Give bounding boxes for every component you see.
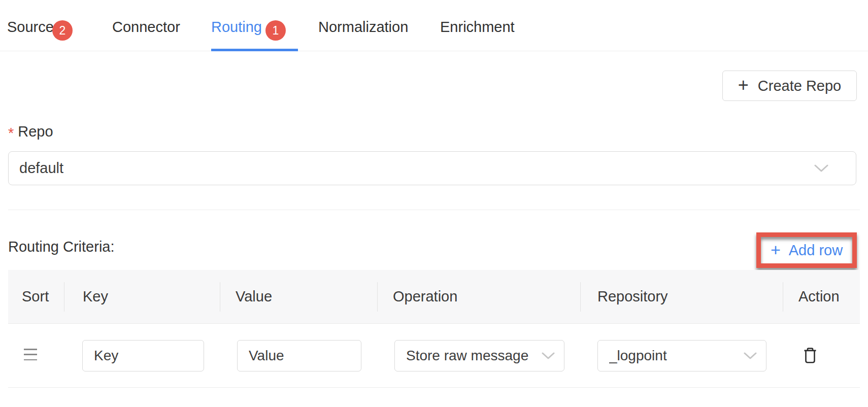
drag-handle-icon[interactable]: [24, 349, 37, 360]
column-separator: [220, 282, 220, 312]
repo-field-label: * Repo: [8, 123, 53, 140]
routing-badge-count: 1: [273, 24, 279, 38]
repository-select-value: _logpoint: [609, 348, 744, 364]
chevron-down-icon: [542, 352, 555, 360]
tab-connector[interactable]: Connector: [112, 17, 180, 37]
column-separator: [64, 282, 64, 312]
column-header-operation: Operation: [393, 288, 457, 305]
repository-select[interactable]: _logpoint: [597, 340, 766, 371]
tab-source[interactable]: Source: [7, 17, 54, 37]
column-header-action: Action: [798, 288, 840, 305]
create-repo-button[interactable]: + Create Repo: [722, 71, 857, 101]
column-separator: [783, 282, 783, 312]
plus-icon: +: [771, 241, 781, 258]
tab-enrichment-label: Enrichment: [440, 19, 515, 36]
trash-icon: [803, 347, 818, 364]
add-row-button[interactable]: + Add row: [758, 234, 855, 266]
column-separator: [580, 282, 581, 312]
tab-normalization[interactable]: Normalization: [318, 17, 408, 37]
value-input[interactable]: [237, 340, 361, 371]
source-badge: 2: [52, 20, 73, 41]
column-header-value: Value: [236, 288, 272, 305]
table-row: Store raw message _logpoint: [8, 324, 860, 387]
column-separator: [377, 282, 378, 312]
repo-label-text: Repo: [18, 123, 53, 140]
operation-select-value: Store raw message: [406, 348, 542, 364]
tab-connector-label: Connector: [112, 19, 180, 36]
column-header-repository: Repository: [597, 288, 668, 305]
delete-row-button[interactable]: [799, 345, 821, 367]
tab-bar: Source 2 Connector Routing 1 Normalizati…: [0, 0, 868, 51]
required-asterisk: *: [8, 125, 14, 142]
tab-source-label: Source: [7, 19, 54, 36]
routing-badge: 1: [265, 20, 286, 41]
add-row-label: Add row: [789, 242, 843, 259]
routing-table-header: Sort Key Value Operation Repository Acti…: [8, 270, 860, 324]
tab-enrichment[interactable]: Enrichment: [440, 17, 515, 37]
create-repo-label: Create Repo: [758, 78, 841, 94]
tabbar-divider: [0, 51, 868, 51]
section-divider: [8, 210, 860, 210]
tab-normalization-label: Normalization: [318, 19, 408, 36]
routing-criteria-heading: Routing Criteria:: [8, 239, 115, 255]
row-bottom-divider: [8, 387, 860, 388]
chevron-down-icon: [814, 164, 828, 173]
column-header-key: Key: [83, 288, 108, 305]
source-badge-count: 2: [59, 24, 66, 38]
tab-routing-label: Routing: [211, 19, 262, 36]
key-input[interactable]: [82, 340, 204, 371]
tab-routing[interactable]: Routing: [211, 17, 262, 37]
repo-select-value: default: [19, 160, 814, 177]
column-header-sort: Sort: [22, 288, 49, 305]
plus-icon: +: [738, 76, 749, 94]
chevron-down-icon: [744, 352, 757, 360]
operation-select[interactable]: Store raw message: [394, 340, 564, 371]
repo-select[interactable]: default: [8, 151, 856, 185]
active-tab-underline: [211, 49, 298, 51]
